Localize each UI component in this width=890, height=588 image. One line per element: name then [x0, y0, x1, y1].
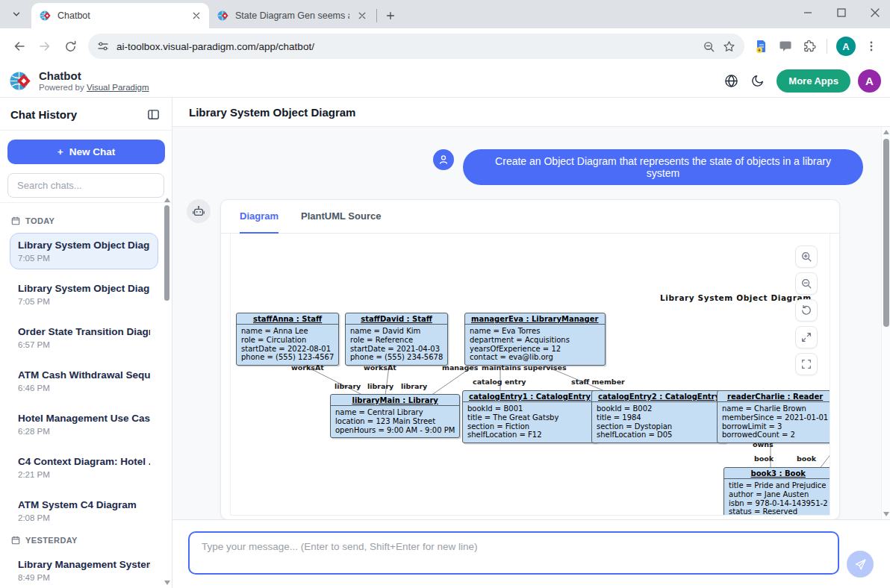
app-body: Chat History +New Chat TODAY Library Sys… [0, 98, 890, 588]
reload-button[interactable] [58, 34, 82, 58]
new-tab-button[interactable] [380, 5, 401, 26]
uml-object-attrs: bookId = B001 title = The Great Gatsby s… [463, 402, 597, 442]
fullscreen-button[interactable] [795, 353, 818, 375]
zoom-indicator-icon[interactable] [703, 40, 715, 53]
comment-extension-icon[interactable] [774, 35, 797, 57]
scrollbar-thumb[interactable] [164, 205, 169, 301]
uml-object-attrs: name = Central Library location = 123 Ma… [331, 406, 459, 437]
edge-label: library [401, 382, 427, 390]
maximize-button[interactable] [837, 8, 846, 17]
chat-list-item[interactable]: Order State Transition Diagra... 6:57 PM [10, 319, 158, 356]
uml-object-attrs: name = Anna Lee role = Circulation start… [237, 325, 338, 365]
page-title-bar: Library System Object Diagram [172, 98, 890, 127]
edge-label: book [797, 454, 816, 463]
tab-diagram[interactable]: Diagram [240, 200, 278, 234]
language-globe-button[interactable] [720, 69, 742, 92]
reset-view-button[interactable] [795, 299, 818, 322]
visual-paradigm-link[interactable]: Visual Paradigm [87, 83, 149, 92]
browser-menu-icon[interactable] [860, 35, 883, 57]
browser-window: Chatbot State Diagram Gen seems alway ai… [0, 0, 890, 588]
chat-list-item[interactable]: Library System Object Diagr... 7:05 PM [10, 233, 158, 269]
send-button[interactable] [847, 551, 874, 578]
section-today: TODAY [11, 216, 157, 225]
app-profile-avatar[interactable]: A [858, 69, 881, 93]
diagram-controls [795, 245, 818, 375]
uml-object-header: managerEva : LibraryManager [465, 313, 605, 325]
chat-list-item[interactable]: Library System Object Diagr... 7:05 PM [10, 276, 158, 313]
scroll-up-arrow[interactable] [883, 130, 889, 134]
chat-area: Create an Object Diagram that represents… [172, 127, 890, 520]
edge-label: library [367, 382, 393, 390]
message-input-area [172, 520, 890, 588]
bot-response-card: Diagram PlantUML Source [220, 199, 840, 520]
uml-object-book3: book3 : Book title = Pride and Prejudice… [723, 467, 830, 516]
uml-object-header: readerCharlie : Reader [718, 391, 830, 402]
url-text[interactable]: ai-toolbox.visual-paradigm.com/app/chatb… [116, 41, 695, 52]
chat-list-item[interactable]: ATM System C4 Diagram 2:08 PM [10, 492, 158, 529]
search-input[interactable] [7, 173, 164, 198]
chat-list-item[interactable]: ATM Cash Withdrawal Seque... 6:46 PM [10, 363, 158, 399]
scrollbar-thumb[interactable] [883, 139, 889, 327]
tab-chatbot[interactable]: Chatbot [31, 3, 209, 28]
user-avatar [433, 149, 454, 170]
chat-list-item[interactable]: C4 Context Diagram: Hotel ... 2:21 PM [10, 449, 158, 486]
user-message-bubble: Create an Object Diagram that represents… [463, 149, 863, 185]
uml-object-attrs: bookId = B002 title = 1984 section = Dys… [592, 402, 726, 442]
app-subtitle: Powered by Visual Paradigm [39, 83, 715, 92]
site-settings-icon[interactable] [97, 40, 109, 52]
sidebar-scrollbar[interactable] [164, 195, 171, 588]
tab-close-icon[interactable] [190, 9, 203, 22]
forward-button[interactable] [33, 34, 57, 58]
chrome-profile-avatar[interactable]: A [836, 37, 856, 56]
edge-label: worksAt [364, 363, 396, 372]
app-header: Chatbot Powered by Visual Paradigm More … [0, 64, 890, 98]
scroll-down-arrow[interactable] [883, 512, 889, 516]
edge-label: staff member [571, 378, 625, 386]
uml-object-managerEva: managerEva : LibraryManager name = Eva T… [464, 313, 606, 366]
edge-label: library [334, 382, 361, 390]
chat-scrollbar[interactable] [881, 127, 890, 519]
uml-object-attrs: name = David Kim role = Reference startD… [346, 325, 447, 365]
uml-object-header: catalogEntry2 : CatalogEntry [592, 391, 726, 402]
sidebar-header: Chat History [0, 98, 172, 131]
scroll-up-arrow[interactable] [164, 198, 170, 202]
zoom-in-button[interactable] [795, 245, 818, 268]
tab-plantuml-source[interactable]: PlantUML Source [301, 200, 381, 234]
expand-button[interactable] [795, 326, 818, 348]
chat-list-item[interactable]: Hotel Management Use Case 6:28 PM [10, 406, 158, 442]
extensions-puzzle-icon[interactable] [798, 35, 821, 57]
robot-icon [192, 204, 205, 218]
address-bar[interactable]: ai-toolbox.visual-paradigm.com/app/chatb… [88, 34, 744, 59]
chat-history-sidebar: Chat History +New Chat TODAY Library Sys… [0, 98, 172, 588]
diagram-tab-bar: Diagram PlantUML Source [221, 200, 839, 234]
docs-extension-icon[interactable] [750, 35, 773, 57]
tab-title: Chatbot [57, 10, 184, 21]
bookmark-star-icon[interactable] [723, 40, 735, 53]
collapse-sidebar-icon[interactable] [145, 106, 161, 122]
uml-object-header: staffDavid : Staff [346, 313, 447, 325]
diagram-title: Library System Object Diagram [660, 293, 812, 302]
close-button[interactable] [871, 8, 880, 17]
edge-label: worksAt [291, 363, 324, 372]
send-plane-icon [854, 558, 867, 571]
dark-mode-moon-button[interactable] [747, 69, 769, 92]
tab-state-diagram[interactable]: State Diagram Gen seems alway [209, 3, 375, 28]
uml-object-catalogEntry2: catalogEntry2 : CatalogEntry bookId = B0… [591, 390, 726, 443]
zoom-out-button[interactable] [795, 272, 818, 295]
back-button[interactable] [7, 34, 31, 58]
chat-list: TODAY Library System Object Diagr... 7:0… [0, 203, 172, 588]
edge-label: book [754, 454, 774, 463]
tab-search-button[interactable] [6, 4, 27, 25]
browser-tab-strip: Chatbot State Diagram Gen seems alway [0, 0, 890, 28]
scroll-down-arrow[interactable] [164, 581, 170, 585]
calendar-icon [11, 216, 20, 225]
new-chat-button[interactable]: +New Chat [7, 140, 165, 164]
minimize-button[interactable] [803, 8, 812, 17]
edge-label: maintains [482, 363, 521, 372]
more-apps-button[interactable]: More Apps [777, 69, 850, 93]
message-input[interactable] [188, 531, 839, 575]
chat-list-item[interactable]: Library Management System... 8:49 PM [10, 552, 158, 588]
uml-object-header: staffAnna : Staff [237, 313, 338, 325]
diagram-viewport[interactable]: Library System Object Diagram staffAnna … [230, 234, 830, 516]
tab-close-icon[interactable] [355, 9, 369, 22]
